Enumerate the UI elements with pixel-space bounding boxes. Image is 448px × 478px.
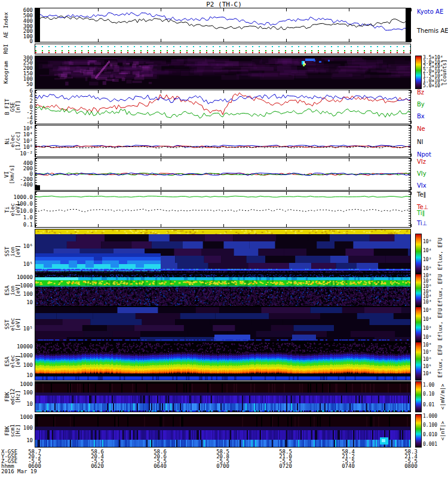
x-tick: [411, 192, 412, 195]
ytick-label: 10⁵: [0, 326, 33, 332]
ytick-label: 10: [0, 438, 33, 443]
colorbar-esa_ion: [415, 274, 422, 307]
panel-density: [35, 125, 411, 157]
bottom-axis-column: 58.7 20.2 -5.5 0600: [22, 449, 47, 468]
colorbar-tick: 1.00: [423, 383, 434, 388]
line-plot-t: [35, 192, 410, 227]
ytick-label: 100: [0, 390, 33, 396]
colorbar-tick: 10⁰: [423, 266, 431, 271]
colorbar-tick: 10³: [423, 300, 431, 305]
x-tick: [411, 121, 412, 124]
colorbar-sst_elec: [415, 307, 422, 342]
line-label-Bz: Bz: [417, 90, 424, 96]
bottom-axis-column: 58.3 21.4 -5.5 0800: [398, 449, 424, 468]
ytick-label: 10²: [0, 139, 33, 144]
bottom-axis-column: 58.5 21.0 -5.5 0720: [273, 449, 298, 468]
ytick-label: 10⁻²: [0, 151, 33, 157]
ytick-label: 10000: [0, 275, 33, 280]
panel-b-fit-gse: [35, 90, 411, 124]
colorbar-tick: 0.001: [423, 442, 437, 447]
ytick-label: 10⁴: [0, 132, 33, 137]
ytick-label: 10⁰: [0, 145, 33, 150]
colorbar-tick: 10⁸: [423, 274, 431, 278]
x-tick: [411, 90, 412, 93]
colorbar-unit-esa_ion: Eflux, EFU: [438, 274, 443, 306]
x-tick: [411, 125, 412, 128]
spectrogram-sst_ion: [35, 229, 410, 273]
colorbar-tick: 10⁶: [423, 308, 431, 313]
bottom-axis-column: 58.5 20.8 -5.5 0700: [210, 449, 235, 468]
colorbar-unit-esa_elec: Eflux, EFU: [438, 345, 443, 377]
panel-esa-elec-spectrogram: [35, 342, 411, 381]
ytick-label: 0: [0, 39, 33, 44]
data-gap-bar-left: [35, 8, 40, 42]
colorbar-unit-fbk_scm: <|nT|>: [440, 421, 446, 441]
colorbar-unit-sst_ion: Eflux, EFU: [438, 237, 443, 269]
colorbar-tick: 0.10: [423, 392, 434, 397]
colorbar-tick: 10²: [423, 258, 431, 262]
spectrogram-keogram: [35, 56, 410, 88]
colorbar-tick: 10²: [423, 326, 431, 331]
line-plot-n: [35, 125, 410, 157]
ytick-label: -400: [0, 182, 33, 188]
line-label-VIz: VIz: [417, 159, 426, 165]
ytick-label: 10: [0, 300, 33, 305]
colorbar-tick: 10⁴: [423, 249, 431, 253]
ytick-label: 1000: [0, 353, 33, 358]
panel-esa-ion-spectrogram: [35, 274, 411, 307]
ytick-label: 2: [0, 99, 33, 104]
panel-sst-elec-spectrogram: [35, 307, 411, 342]
panel-keogram: [35, 56, 411, 89]
x-tick: [411, 39, 412, 42]
ytick-label: 100: [0, 363, 33, 368]
ytick-label: 1000.0: [0, 195, 33, 200]
colorbar-tick: 10⁶: [423, 357, 431, 362]
line-label-Ne: Ne: [417, 126, 425, 132]
bottom-row-labels: X-GSE Y-GSE Z-GSE hhmm: [1, 449, 17, 468]
colorbar-tick: 10⁸: [423, 343, 431, 348]
colorbar-sst_ion: [415, 234, 422, 274]
spectrogram-fbk_edc: [35, 382, 410, 412]
colorbar-tick: 10⁷: [423, 279, 431, 284]
line-label-VIx: VIx: [417, 183, 426, 189]
x-tick: [411, 8, 412, 11]
ytick-label: 10⁵: [0, 262, 33, 267]
colorbar-tick: 0.01: [423, 403, 434, 407]
x-tick: [411, 224, 412, 227]
series-Ti∥: [35, 196, 410, 197]
line-label-Ti⊥: Ti⊥: [417, 220, 427, 226]
colorbar-tick: 10⁶: [423, 240, 431, 244]
x-tick: [411, 158, 412, 161]
ytick-label: 0.1: [0, 222, 33, 228]
series-Bx: [35, 94, 410, 104]
ytick-label: 10: [0, 373, 33, 378]
colorbar-keogram: [415, 56, 422, 89]
colorbar-tick: 0.010: [423, 433, 437, 437]
panel-fbk-scm1-spectrogram: [35, 414, 411, 448]
ytick-label: 10.0: [0, 209, 33, 214]
panel-ae-index: [35, 8, 411, 42]
ytick-label: 10000: [0, 344, 33, 350]
ytick-label: 100.0: [0, 201, 33, 207]
colorbar-tick: 10⁴: [423, 372, 431, 376]
colorbar-tick: 10⁶: [423, 284, 431, 289]
ytick-label: 100: [0, 292, 33, 297]
ytick-label: 1000: [0, 415, 33, 420]
date-label: 2016 Mar 19: [1, 468, 37, 474]
panel-ion-velocity: [35, 158, 411, 191]
colorbar-tick: 0.100: [423, 423, 437, 428]
spectrogram-esa_elec: [35, 342, 410, 380]
line-label-NI: NI: [417, 139, 423, 145]
colorbar-unit-fbk_edc: <|mV/m|>: [440, 384, 446, 409]
line-label-Kyoto AE: Kyoto AE: [417, 9, 443, 15]
colorbar-fbk_edc: [415, 381, 422, 412]
line-label-VIy: VIy: [417, 171, 426, 177]
x-tick: [411, 154, 412, 157]
bottom-axis-column: 58.4 21.2 -5.5 0740: [336, 449, 361, 468]
colorbar-tick: 5.0×10³: [423, 84, 443, 88]
panel-sst-ion-spectrogram: [35, 229, 411, 274]
colorbar-tick: 10⁴: [423, 317, 431, 322]
line-label-Te∥: Te∥: [417, 192, 426, 198]
colorbar-tick: 10⁵: [423, 364, 431, 369]
x-tick: [411, 187, 412, 190]
